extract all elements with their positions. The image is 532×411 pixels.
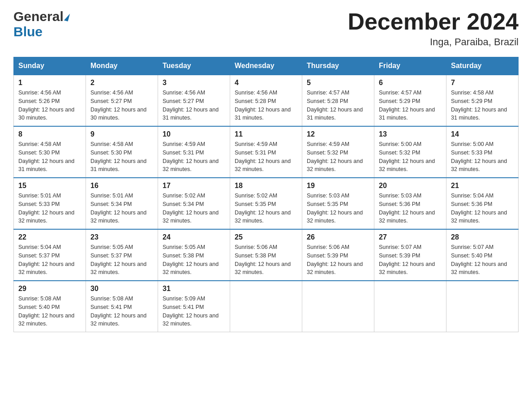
day-info: Sunrise: 4:57 AM Sunset: 5:28 PM Dayligh… — [307, 89, 369, 122]
day-info: Sunrise: 5:09 AM Sunset: 5:41 PM Dayligh… — [163, 295, 225, 328]
day-info: Sunrise: 5:02 AM Sunset: 5:34 PM Dayligh… — [163, 192, 225, 225]
day-info: Sunrise: 5:04 AM Sunset: 5:36 PM Dayligh… — [451, 192, 514, 225]
day-info: Sunrise: 5:00 AM Sunset: 5:32 PM Dayligh… — [379, 140, 442, 174]
calendar-day-cell: 16 Sunrise: 5:01 AM Sunset: 5:34 PM Dayl… — [86, 178, 158, 229]
day-info: Sunrise: 5:06 AM Sunset: 5:39 PM Dayligh… — [307, 243, 369, 277]
calendar-day-cell: 1 Sunrise: 4:56 AM Sunset: 5:26 PM Dayli… — [14, 75, 86, 126]
calendar-day-cell: 10 Sunrise: 4:59 AM Sunset: 5:31 PM Dayl… — [158, 126, 230, 178]
day-info: Sunrise: 5:07 AM Sunset: 5:39 PM Dayligh… — [379, 243, 442, 277]
calendar-day-cell: 29 Sunrise: 5:08 AM Sunset: 5:40 PM Dayl… — [14, 281, 86, 332]
calendar-day-cell: 8 Sunrise: 4:58 AM Sunset: 5:30 PM Dayli… — [14, 126, 86, 178]
calendar-day-cell: 19 Sunrise: 5:03 AM Sunset: 5:35 PM Dayl… — [302, 178, 374, 229]
calendar-day-header: Friday — [374, 57, 446, 75]
day-info: Sunrise: 5:00 AM Sunset: 5:33 PM Dayligh… — [451, 140, 514, 174]
logo-general: General — [13, 9, 64, 24]
calendar-day-cell: 6 Sunrise: 4:57 AM Sunset: 5:29 PM Dayli… — [374, 75, 446, 126]
day-number: 14 — [451, 130, 514, 138]
day-number: 5 — [307, 79, 369, 87]
day-number: 25 — [235, 233, 297, 241]
calendar-day-cell — [230, 281, 302, 332]
day-number: 23 — [90, 233, 153, 241]
day-info: Sunrise: 4:59 AM Sunset: 5:32 PM Dayligh… — [307, 140, 369, 174]
logo-blue: Blue — [13, 24, 43, 39]
day-info: Sunrise: 5:05 AM Sunset: 5:38 PM Dayligh… — [163, 243, 225, 277]
calendar-day-cell: 22 Sunrise: 5:04 AM Sunset: 5:37 PM Dayl… — [14, 229, 86, 281]
calendar-day-cell: 24 Sunrise: 5:05 AM Sunset: 5:38 PM Dayl… — [158, 229, 230, 281]
calendar-day-cell: 13 Sunrise: 5:00 AM Sunset: 5:32 PM Dayl… — [374, 126, 446, 178]
day-info: Sunrise: 4:58 AM Sunset: 5:30 PM Dayligh… — [90, 140, 153, 174]
day-info: Sunrise: 4:58 AM Sunset: 5:29 PM Dayligh… — [451, 89, 514, 122]
day-number: 22 — [18, 233, 81, 241]
calendar-day-cell: 3 Sunrise: 4:56 AM Sunset: 5:27 PM Dayli… — [158, 75, 230, 126]
day-info: Sunrise: 5:03 AM Sunset: 5:35 PM Dayligh… — [307, 192, 369, 225]
day-info: Sunrise: 5:05 AM Sunset: 5:37 PM Dayligh… — [90, 243, 153, 277]
day-info: Sunrise: 5:08 AM Sunset: 5:40 PM Dayligh… — [18, 295, 81, 328]
calendar-day-header: Tuesday — [158, 57, 230, 75]
day-info: Sunrise: 4:56 AM Sunset: 5:28 PM Dayligh… — [235, 89, 297, 122]
calendar-week-row: 22 Sunrise: 5:04 AM Sunset: 5:37 PM Dayl… — [14, 229, 519, 281]
day-info: Sunrise: 4:56 AM Sunset: 5:27 PM Dayligh… — [90, 89, 153, 122]
day-number: 12 — [307, 130, 369, 138]
calendar-day-cell: 31 Sunrise: 5:09 AM Sunset: 5:41 PM Dayl… — [158, 281, 230, 332]
day-info: Sunrise: 5:01 AM Sunset: 5:34 PM Dayligh… — [90, 192, 153, 225]
day-number: 17 — [163, 182, 225, 190]
day-number: 13 — [379, 130, 442, 138]
day-number: 2 — [90, 79, 153, 87]
page-subtitle: Inga, Paraiba, Brazil — [348, 36, 519, 48]
day-number: 4 — [235, 79, 297, 87]
calendar-day-header: Thursday — [302, 57, 374, 75]
calendar-day-header: Wednesday — [230, 57, 302, 75]
calendar-day-cell: 23 Sunrise: 5:05 AM Sunset: 5:37 PM Dayl… — [86, 229, 158, 281]
day-info: Sunrise: 5:04 AM Sunset: 5:37 PM Dayligh… — [18, 243, 81, 277]
day-number: 26 — [307, 233, 369, 241]
calendar-day-cell: 20 Sunrise: 5:03 AM Sunset: 5:36 PM Dayl… — [374, 178, 446, 229]
day-number: 10 — [163, 130, 225, 138]
day-number: 3 — [163, 79, 225, 87]
day-number: 6 — [379, 79, 442, 87]
calendar-day-cell: 18 Sunrise: 5:02 AM Sunset: 5:35 PM Dayl… — [230, 178, 302, 229]
calendar-day-cell: 21 Sunrise: 5:04 AM Sunset: 5:36 PM Dayl… — [446, 178, 519, 229]
page-header: General Blue December 2024 Inga, Paraiba… — [13, 9, 519, 48]
calendar-day-cell: 7 Sunrise: 4:58 AM Sunset: 5:29 PM Dayli… — [446, 75, 519, 126]
calendar-day-cell: 9 Sunrise: 4:58 AM Sunset: 5:30 PM Dayli… — [86, 126, 158, 178]
calendar-day-cell: 17 Sunrise: 5:02 AM Sunset: 5:34 PM Dayl… — [158, 178, 230, 229]
day-number: 31 — [163, 285, 225, 293]
calendar-day-cell — [374, 281, 446, 332]
calendar-day-cell: 11 Sunrise: 4:59 AM Sunset: 5:31 PM Dayl… — [230, 126, 302, 178]
day-info: Sunrise: 5:03 AM Sunset: 5:36 PM Dayligh… — [379, 192, 442, 225]
day-number: 28 — [451, 233, 514, 241]
day-info: Sunrise: 4:57 AM Sunset: 5:29 PM Dayligh… — [379, 89, 442, 122]
calendar-week-row: 15 Sunrise: 5:01 AM Sunset: 5:33 PM Dayl… — [14, 178, 519, 229]
day-info: Sunrise: 5:01 AM Sunset: 5:33 PM Dayligh… — [18, 192, 81, 225]
calendar-day-cell: 30 Sunrise: 5:08 AM Sunset: 5:41 PM Dayl… — [86, 281, 158, 332]
day-info: Sunrise: 5:08 AM Sunset: 5:41 PM Dayligh… — [90, 295, 153, 328]
calendar-day-cell: 15 Sunrise: 5:01 AM Sunset: 5:33 PM Dayl… — [14, 178, 86, 229]
day-number: 11 — [235, 130, 297, 138]
day-number: 16 — [90, 182, 153, 190]
calendar-day-cell: 27 Sunrise: 5:07 AM Sunset: 5:39 PM Dayl… — [374, 229, 446, 281]
calendar-day-cell: 26 Sunrise: 5:06 AM Sunset: 5:39 PM Dayl… — [302, 229, 374, 281]
logo-triangle-icon — [64, 13, 70, 21]
calendar-day-cell: 5 Sunrise: 4:57 AM Sunset: 5:28 PM Dayli… — [302, 75, 374, 126]
day-number: 8 — [18, 130, 81, 138]
day-number: 7 — [451, 79, 514, 87]
day-number: 15 — [18, 182, 81, 190]
day-info: Sunrise: 5:07 AM Sunset: 5:40 PM Dayligh… — [451, 243, 514, 277]
calendar-week-row: 8 Sunrise: 4:58 AM Sunset: 5:30 PM Dayli… — [14, 126, 519, 178]
logo: General Blue — [13, 9, 69, 39]
page-title: December 2024 — [348, 9, 519, 34]
day-number: 24 — [163, 233, 225, 241]
day-number: 21 — [451, 182, 514, 190]
calendar-week-row: 29 Sunrise: 5:08 AM Sunset: 5:40 PM Dayl… — [14, 281, 519, 332]
day-number: 9 — [90, 130, 153, 138]
title-block: December 2024 Inga, Paraiba, Brazil — [348, 9, 519, 48]
calendar-day-cell: 28 Sunrise: 5:07 AM Sunset: 5:40 PM Dayl… — [446, 229, 519, 281]
calendar-day-cell: 2 Sunrise: 4:56 AM Sunset: 5:27 PM Dayli… — [86, 75, 158, 126]
calendar-day-cell: 12 Sunrise: 4:59 AM Sunset: 5:32 PM Dayl… — [302, 126, 374, 178]
day-info: Sunrise: 5:06 AM Sunset: 5:38 PM Dayligh… — [235, 243, 297, 277]
day-number: 29 — [18, 285, 81, 293]
calendar-day-header: Monday — [86, 57, 158, 75]
day-info: Sunrise: 4:56 AM Sunset: 5:26 PM Dayligh… — [18, 89, 81, 122]
day-info: Sunrise: 4:59 AM Sunset: 5:31 PM Dayligh… — [235, 140, 297, 174]
day-number: 19 — [307, 182, 369, 190]
